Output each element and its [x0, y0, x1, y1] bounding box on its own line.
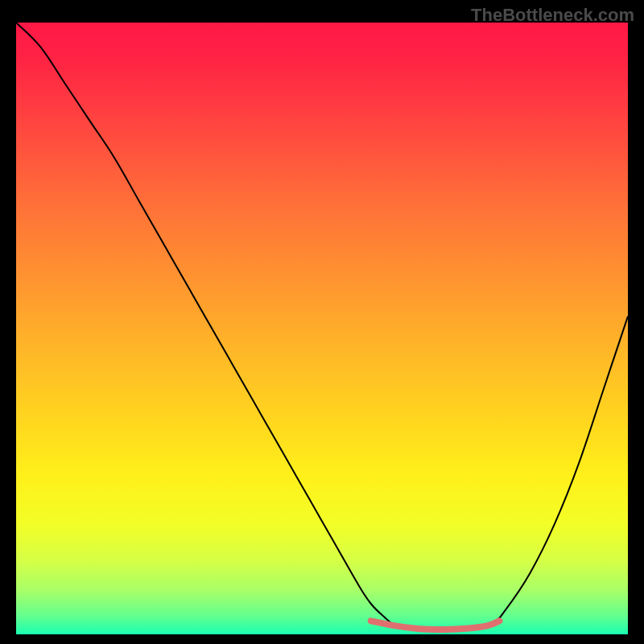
plot-area — [16, 23, 628, 634]
chart-svg — [16, 23, 628, 634]
watermark-text: TheBottleneck.com — [471, 5, 634, 26]
gradient-background — [16, 23, 628, 634]
chart-container: TheBottleneck.com — [0, 0, 644, 644]
